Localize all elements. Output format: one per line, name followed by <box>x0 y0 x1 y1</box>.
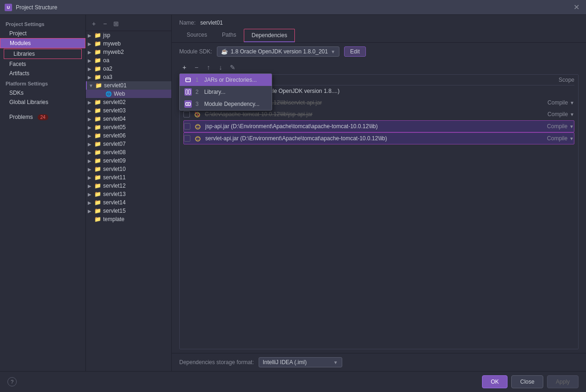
tab-sources[interactable]: Sources <box>179 29 215 42</box>
dropdown-item-jars[interactable]: 1 JARs or Directories... <box>180 74 272 86</box>
sdk-value: 1.8 Oracle OpenJDK version 1.8.0_201 <box>231 48 328 55</box>
deps-remove-button[interactable]: − <box>191 62 202 72</box>
dep-name-4: servlet-api.jar (D:\Environment\Apache\t… <box>205 135 524 142</box>
tree-item-servlet04[interactable]: ▶ 📁 servlet04 <box>86 115 171 123</box>
deps-move-up-button[interactable]: ↑ <box>203 62 214 72</box>
jars-icon <box>184 76 192 84</box>
title-bar-text: Project Structure <box>16 4 572 11</box>
deps-move-down-button[interactable]: ↓ <box>215 62 226 72</box>
tree-item-jsp[interactable]: ▶ 📁 jsp <box>86 31 171 39</box>
sidebar-item-libraries[interactable]: Libraries <box>4 49 82 59</box>
name-label: Name: <box>179 20 195 26</box>
sidebar-item-sdks[interactable]: SDKs <box>0 88 85 98</box>
tree-item-servlet15[interactable]: ▶ 📁 servlet15 <box>86 207 171 215</box>
dep-scope-1[interactable]: Compile ▼ <box>528 99 574 106</box>
svg-rect-0 <box>186 78 190 82</box>
dep-checkbox-2[interactable] <box>183 111 190 118</box>
dropdown-item-library-label[interactable]: Library... <box>204 89 226 95</box>
tree-item-servlet01[interactable]: ▼ 📁 servlet01 <box>86 81 171 90</box>
name-value: servlet01 <box>200 20 579 26</box>
dep-scope-col-header: Scope <box>528 77 574 83</box>
svg-rect-3 <box>189 90 190 94</box>
tree-copy-button[interactable]: ⊞ <box>111 19 121 29</box>
tree-item-servlet10[interactable]: ▶ 📁 servlet10 <box>86 165 171 173</box>
module-sdk-row: Module SDK: ☕ 1.8 Oracle OpenJDK version… <box>172 43 586 60</box>
svg-point-16 <box>195 126 200 128</box>
scope-dropdown-arrow-3: ▼ <box>569 124 574 129</box>
left-sidebar: Project Settings Project Modules Librari… <box>0 15 86 371</box>
edit-sdk-button[interactable]: Edit <box>344 46 366 57</box>
scope-dropdown-arrow-4: ▼ <box>569 136 574 141</box>
item-num-3: 3 <box>195 101 199 107</box>
tree-item-servlet02[interactable]: ▶ 📁 servlet02 <box>86 98 171 106</box>
svg-rect-2 <box>186 90 188 94</box>
tree-item-web[interactable]: 🌐 Web <box>86 90 171 98</box>
close-button[interactable]: ✕ <box>572 3 581 12</box>
dropdown-item-jars-label[interactable]: JARs or Directories... <box>204 77 257 83</box>
svg-point-5 <box>188 104 189 105</box>
dep-checkbox-4[interactable] <box>184 135 190 142</box>
dep-icon-2 <box>194 111 201 118</box>
project-settings-heading: Project Settings <box>0 19 85 29</box>
dropdown-item-module-dep[interactable]: 3 Module Dependency... <box>180 98 272 110</box>
tree-item-servlet11[interactable]: ▶ 📁 servlet11 <box>86 173 171 182</box>
storage-format-label: Dependencies storage format: <box>179 359 254 366</box>
tree-item-servlet06[interactable]: ▶ 📁 servlet06 <box>86 131 171 140</box>
svg-point-17 <box>195 137 200 141</box>
sidebar-item-project[interactable]: Project <box>0 29 85 38</box>
tree-item-myweb[interactable]: ▶ 📁 myweb <box>86 39 171 48</box>
dropdown-item-library[interactable]: 2 Library... <box>180 86 272 98</box>
sidebar-item-problems[interactable]: Problems 24 <box>0 112 85 122</box>
sidebar-item-artifacts[interactable]: Artifacts <box>0 69 85 78</box>
tree-item-oa2[interactable]: ▶ 📁 oa2 <box>86 65 171 73</box>
close-dialog-button[interactable]: Close <box>511 375 543 388</box>
tree-item-servlet07[interactable]: ▶ 📁 servlet07 <box>86 140 171 148</box>
tree-item-servlet14[interactable]: ▶ 📁 servlet14 <box>86 198 171 207</box>
dropdown-item-module-dep-label[interactable]: Module Dependency... <box>204 101 260 107</box>
sidebar-item-global-libraries[interactable]: Global Libraries <box>0 98 85 107</box>
dep-scope-4[interactable]: Compile ▼ <box>527 135 574 142</box>
deps-edit-button[interactable]: ✎ <box>228 62 238 72</box>
problems-badge: 24 <box>38 114 48 120</box>
add-dependency-popup: 1 JARs or Directories... 2 Library... <box>179 73 272 111</box>
tree-item-servlet09[interactable]: ▶ 📁 servlet09 <box>86 157 171 165</box>
dep-scope-3[interactable]: Compile ▼ <box>527 123 574 130</box>
tab-dependencies[interactable]: Dependencies <box>244 29 295 42</box>
dep-scope-2[interactable]: Compile ▼ <box>528 111 574 118</box>
tree-item-servlet05[interactable]: ▶ 📁 servlet05 <box>86 123 171 131</box>
deps-toolbar: + − ↑ ↓ ✎ 1 JARs or Dire <box>172 60 586 74</box>
tree-item-servlet03[interactable]: ▶ 📁 servlet03 <box>86 106 171 115</box>
modules-tree-panel: + − ⊞ ▶ 📁 jsp ▶ 📁 myweb ▶ 📁 myweb2 ▶ <box>86 15 172 371</box>
tabs-row: Sources Paths Dependencies <box>172 29 586 43</box>
tree-item-myweb2[interactable]: ▶ 📁 myweb2 <box>86 48 171 56</box>
deps-row-servlet-api-d: servlet-api.jar (D:\Environment\Apache\t… <box>183 132 574 144</box>
storage-format-dropdown[interactable]: IntelliJ IDEA (.iml) ▼ <box>259 357 342 367</box>
tree-add-button[interactable]: + <box>89 19 99 29</box>
ok-button[interactable]: OK <box>482 375 508 388</box>
dep-checkbox-3[interactable] <box>184 123 190 130</box>
tree-item-servlet12[interactable]: ▶ 📁 servlet12 <box>86 182 171 190</box>
tree-item-template[interactable]: 📁 template <box>86 215 171 223</box>
sdk-dropdown[interactable]: ☕ 1.8 Oracle OpenJDK version 1.8.0_201 ▼ <box>217 46 339 57</box>
dep-icon-3 <box>194 123 202 130</box>
tab-paths[interactable]: Paths <box>215 29 244 42</box>
storage-format-value: IntelliJ IDEA (.iml) <box>263 359 307 366</box>
tree-item-servlet13[interactable]: ▶ 📁 servlet13 <box>86 190 171 198</box>
item-num-2: 2 <box>195 89 199 95</box>
tree-item-oa[interactable]: ▶ 📁 oa <box>86 56 171 65</box>
tree-item-servlet08[interactable]: ▶ 📁 servlet08 <box>86 148 171 157</box>
library-icon <box>184 88 192 96</box>
apply-button[interactable]: Apply <box>547 375 579 388</box>
item-num-1: 1 <box>195 77 199 83</box>
sidebar-item-modules[interactable]: Modules <box>0 38 85 48</box>
deps-add-button[interactable]: + <box>179 62 189 72</box>
dependencies-table: Scope <Module source> (1.8 Oracle OpenJD… <box>179 74 579 349</box>
scope-dropdown-arrow-2: ▼ <box>570 112 574 117</box>
module-dep-icon <box>184 100 192 108</box>
tree-remove-button[interactable]: − <box>100 19 110 29</box>
sidebar-item-facets[interactable]: Facets <box>0 59 85 69</box>
help-button[interactable]: ? <box>7 377 17 386</box>
dep-name-2: C:\dev\apache-tomcat-10.0.12\lib\jsp-api… <box>205 111 524 118</box>
main-content-panel: Name: servlet01 Sources Paths Dependenci… <box>172 15 586 371</box>
tree-item-oa3[interactable]: ▶ 📁 oa3 <box>86 73 171 81</box>
